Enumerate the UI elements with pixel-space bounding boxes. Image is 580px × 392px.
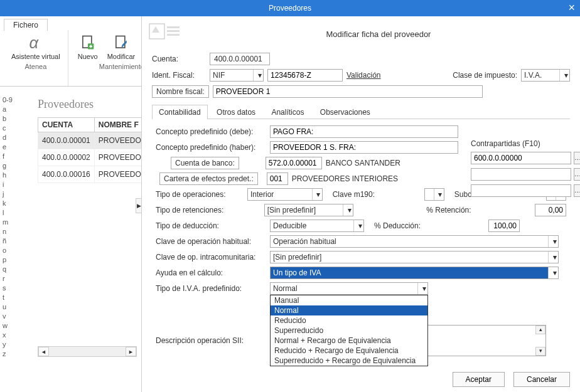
ellipsis-button[interactable]: … bbox=[574, 152, 580, 164]
horizontal-scrollbar[interactable]: ◄ ► bbox=[38, 346, 137, 357]
iva-option[interactable]: Superreducido bbox=[271, 326, 427, 336]
nuevo-button[interactable]: Nuevo bbox=[73, 33, 102, 61]
combo-clase-impuesto[interactable]: I.V.A.▾ bbox=[521, 69, 570, 82]
alpha-h[interactable]: h bbox=[1, 171, 16, 180]
close-icon[interactable]: × bbox=[568, 1, 575, 14]
validacion-link[interactable]: Validación bbox=[346, 71, 380, 80]
alpha-g[interactable]: g bbox=[1, 161, 16, 171]
combo-value: Interior bbox=[248, 190, 274, 199]
tipo-iva-dropdown[interactable]: ManualNormalReducidoSuperreducidoNormal … bbox=[270, 295, 428, 366]
chevron-down-icon[interactable]: ▾ bbox=[353, 220, 363, 231]
chevron-down-icon[interactable]: ▾ bbox=[434, 189, 444, 200]
contrapartida-input[interactable] bbox=[471, 152, 571, 164]
pct-retencion-input[interactable] bbox=[535, 204, 566, 216]
chevron-down-icon[interactable]: ▾ bbox=[548, 236, 558, 247]
alpha-y[interactable]: y bbox=[1, 340, 16, 349]
label-concepto-haber: Concepto predefinido (haber): bbox=[156, 143, 266, 152]
chevron-down-icon[interactable]: ▾ bbox=[253, 70, 263, 81]
iva-option[interactable]: Normal bbox=[271, 305, 427, 315]
alpha-i[interactable]: i bbox=[1, 180, 16, 189]
iva-option[interactable]: Normal + Recargo de Equivalencia bbox=[271, 336, 427, 346]
combo-tipo-ded[interactable]: Deducible▾ bbox=[270, 220, 364, 232]
detail-title: Modificar ficha del proveedor bbox=[183, 29, 574, 39]
label-concepto-debe: Concepto predefinido (debe): bbox=[156, 127, 266, 136]
alpha-k[interactable]: k bbox=[1, 199, 16, 208]
alpha-a[interactable]: a bbox=[1, 105, 16, 114]
scroll-right-icon[interactable]: ► bbox=[126, 347, 136, 356]
alpha-ñ[interactable]: ñ bbox=[1, 236, 16, 246]
tab-observaciones[interactable]: Observaciones bbox=[313, 105, 377, 119]
nombre-fiscal-input[interactable] bbox=[213, 85, 483, 98]
alpha-r[interactable]: r bbox=[1, 274, 16, 283]
aceptar-button[interactable]: Aceptar bbox=[453, 372, 505, 387]
concepto-debe-input[interactable] bbox=[270, 125, 458, 138]
ellipsis-button[interactable]: … bbox=[574, 184, 580, 197]
alpha-z[interactable]: z bbox=[1, 349, 16, 359]
alpha-s[interactable]: s bbox=[1, 283, 16, 293]
tab-analiticos[interactable]: Analíticos bbox=[264, 105, 311, 119]
iva-option[interactable]: Superreducido + Recargo de Equivalencia bbox=[271, 356, 427, 366]
iva-option[interactable]: Manual bbox=[271, 295, 427, 305]
combo-tipo-id[interactable]: NIF▾ bbox=[210, 69, 264, 82]
document-edit-icon bbox=[112, 34, 130, 51]
contrapartida-input[interactable] bbox=[471, 184, 571, 197]
scroll-down-icon[interactable]: ▾ bbox=[535, 347, 545, 356]
alpha-x[interactable]: x bbox=[1, 331, 16, 340]
cartera-cod-input[interactable] bbox=[267, 172, 288, 185]
alpha-d[interactable]: d bbox=[1, 133, 16, 142]
combo-clave-intra[interactable]: [Sin predefinir]▾ bbox=[270, 251, 559, 263]
chevron-down-icon[interactable]: ▾ bbox=[548, 267, 558, 278]
alpha-e[interactable]: e bbox=[1, 142, 16, 152]
field-cuenta: 400.0.0.00001 bbox=[210, 53, 270, 65]
nif-input[interactable] bbox=[267, 69, 343, 82]
cancelar-button[interactable]: Cancelar bbox=[513, 372, 570, 387]
alpha-t[interactable]: t bbox=[1, 293, 16, 302]
alpha-f[interactable]: f bbox=[1, 152, 16, 161]
alpha-l[interactable]: l bbox=[1, 208, 16, 218]
asistente-virtual-button[interactable]: α Asistente virtual bbox=[9, 33, 63, 61]
table-row[interactable]: 400.0.0.00016PROVEEDOR bbox=[38, 166, 151, 183]
combo-clave-m190[interactable]: ▾ bbox=[424, 188, 444, 201]
alpha-b[interactable]: b bbox=[1, 114, 16, 124]
table-row[interactable]: 400.0.0.00002PROVEEDOR bbox=[38, 149, 151, 166]
combo-tipo-op[interactable]: Interior▾ bbox=[247, 188, 323, 201]
combo-clave-op[interactable]: Operación habitual▾ bbox=[270, 235, 559, 248]
chevron-down-icon[interactable]: ▾ bbox=[417, 283, 427, 294]
label-cuenta-banco[interactable]: Cuenta de banco: bbox=[171, 157, 239, 169]
combo-tipo-iva[interactable]: Normal▾ bbox=[270, 282, 428, 295]
chevron-down-icon[interactable]: ▾ bbox=[559, 70, 569, 81]
alpha-w[interactable]: w bbox=[1, 321, 16, 331]
ribbon-tab-fichero[interactable]: Fichero bbox=[4, 19, 48, 31]
col-cuenta[interactable]: CUENTA bbox=[38, 118, 95, 132]
cuenta-banco-input[interactable] bbox=[266, 157, 322, 169]
scroll-left-icon[interactable]: ◄ bbox=[38, 347, 49, 356]
alpha-n[interactable]: n bbox=[1, 227, 16, 236]
combo-tipo-ret[interactable]: [Sin predefinir]▾ bbox=[264, 204, 353, 216]
table-row[interactable]: 400.0.0.00001PROVEEDOR bbox=[38, 132, 151, 149]
chevron-down-icon[interactable]: ▾ bbox=[548, 252, 558, 263]
alpha-c[interactable]: c bbox=[1, 124, 16, 133]
modificar-button[interactable]: Modificar bbox=[105, 33, 138, 61]
label-cartera[interactable]: Cartera de efectos predet.: bbox=[159, 172, 258, 185]
concepto-haber-input[interactable] bbox=[270, 141, 458, 154]
alpha-p[interactable]: p bbox=[1, 255, 16, 265]
contrapartida-input[interactable] bbox=[471, 168, 571, 181]
tab-contabilidad[interactable]: Contabilidad bbox=[152, 105, 208, 119]
alpha-m[interactable]: m bbox=[1, 218, 16, 227]
pct-deduccion-input[interactable] bbox=[488, 220, 520, 232]
alpha-v[interactable]: v bbox=[1, 312, 16, 321]
scroll-up-icon[interactable]: ▴ bbox=[535, 326, 545, 334]
chevron-down-icon[interactable]: ▾ bbox=[312, 189, 322, 200]
alpha-j[interactable]: j bbox=[1, 189, 16, 199]
alpha-o[interactable]: o bbox=[1, 246, 16, 255]
combo-ayuda-calculo[interactable]: Un tipo de IVA▾ bbox=[270, 267, 559, 279]
ellipsis-button[interactable]: … bbox=[574, 168, 580, 181]
alpha-0-9[interactable]: 0-9 bbox=[1, 95, 16, 105]
alpha-u[interactable]: u bbox=[1, 302, 16, 312]
tab-otros-datos[interactable]: Otros datos bbox=[210, 105, 262, 119]
chevron-down-icon[interactable]: ▾ bbox=[343, 204, 353, 216]
combo-value: I.V.A. bbox=[522, 71, 542, 80]
iva-option[interactable]: Reducido + Recargo de Equivalencia bbox=[271, 346, 427, 356]
iva-option[interactable]: Reducido bbox=[271, 315, 427, 326]
alpha-q[interactable]: q bbox=[1, 265, 16, 274]
